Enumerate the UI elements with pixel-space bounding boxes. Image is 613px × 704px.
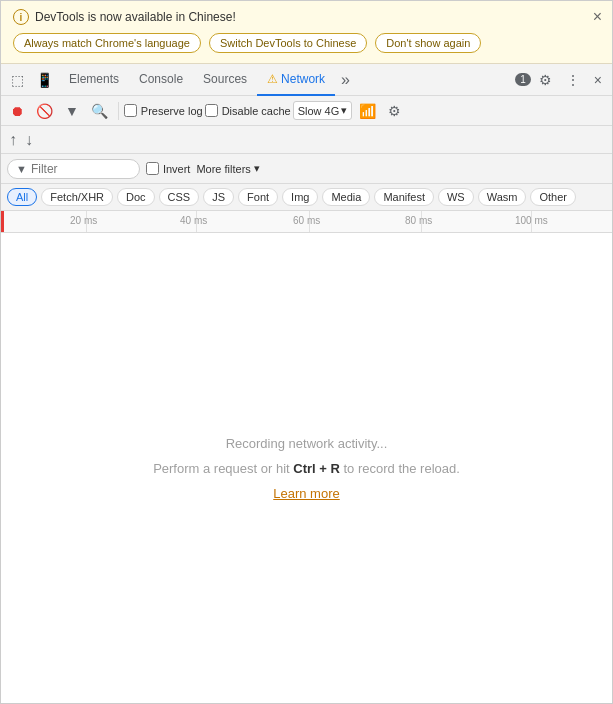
filter-button[interactable]: ▼ [60,100,84,122]
perform-request-text: Perform a request or hit Ctrl + R to rec… [153,461,460,476]
notification-badge: 1 [515,73,531,86]
main-content: Recording network activity... Perform a … [1,233,612,703]
tab-sources-label: Sources [203,72,247,86]
close-devtools-button[interactable]: × [588,68,608,92]
disable-cache-label: Disable cache [222,105,291,117]
network-gear-icon: ⚙ [388,103,401,119]
preserve-log-label: Preserve log [141,105,203,117]
filter-input-wrap: ▼ [7,159,140,179]
type-filter-fetch_xhr[interactable]: Fetch/XHR [41,188,113,206]
tab-elements-label: Elements [69,72,119,86]
clear-log-button[interactable]: 🚫 [31,100,58,122]
filter-input[interactable] [31,162,131,176]
match-language-button[interactable]: Always match Chrome's language [13,33,201,53]
ruler-mark-label: 20 ms [70,215,97,226]
tab-sources[interactable]: Sources [193,64,257,96]
network-warning-icon: ⚠ [267,72,278,86]
wifi-icon: 📶 [359,103,376,119]
ruler-mark-label: 80 ms [405,215,432,226]
device-toolbar-button[interactable]: 📱 [30,68,59,92]
import-button[interactable]: ↑ [9,131,17,149]
disable-cache-checkbox[interactable]: Disable cache [205,104,291,117]
ruler-mark-label: 40 ms [180,215,207,226]
perform-text-2: to record the reload. [340,461,460,476]
tab-console-label: Console [139,72,183,86]
stop-recording-button[interactable]: ⏺ [5,100,29,122]
search-button[interactable]: 🔍 [86,100,113,122]
timeline-ruler: 20 ms40 ms60 ms80 ms100 ms [1,211,612,233]
dont-show-button[interactable]: Don't show again [375,33,481,53]
export-button[interactable]: ↓ [25,131,33,149]
notification-text: DevTools is now available in Chinese! [35,10,236,24]
info-icon: i [13,9,29,25]
close-notification-button[interactable]: × [593,9,602,25]
more-filters-label: More filters [196,163,250,175]
disable-cache-input[interactable] [205,104,218,117]
tab-bar: ⬚ 📱 Elements Console Sources ⚠ Network »… [1,64,612,96]
ruler-mark-label: 60 ms [293,215,320,226]
preserve-log-input[interactable] [124,104,137,117]
invert-label-text: Invert [163,163,191,175]
settings-button[interactable]: ⚙ [533,68,558,92]
type-filter-other[interactable]: Other [530,188,576,206]
network-toolbar: ⏺ 🚫 ▼ 🔍 Preserve log Disable cache Slow … [1,96,612,126]
type-filter-manifest[interactable]: Manifest [374,188,434,206]
ctrl-r-shortcut: Ctrl + R [293,461,340,476]
type-filter-font[interactable]: Font [238,188,278,206]
tab-right-icons: 1 ⚙ ⋮ × [515,68,608,92]
notification-banner: i DevTools is now available in Chinese! … [1,1,612,64]
devtools-panel: i DevTools is now available in Chinese! … [0,0,613,704]
tab-elements[interactable]: Elements [59,64,129,96]
inspect-icon-button[interactable]: ⬚ [5,68,30,92]
throttle-chevron: ▾ [341,104,347,117]
filter-row: ▼ Invert More filters ▾ [1,154,612,184]
learn-more-link[interactable]: Learn more [273,486,339,501]
type-filter-bar: AllFetch/XHRDocCSSJSFontImgMediaManifest… [1,184,612,211]
perform-text-1: Perform a request or hit [153,461,293,476]
import-export-row: ↑ ↓ [1,126,612,154]
ruler-mark-label: 100 ms [515,215,548,226]
throttle-select[interactable]: Slow 4G ▾ [293,101,353,120]
tab-network[interactable]: ⚠ Network [257,64,335,96]
network-settings-button[interactable]: ⚙ [383,100,406,122]
ruler-red-marker [1,211,4,232]
notification-title: i DevTools is now available in Chinese! [13,9,600,25]
filter-funnel-icon: ▼ [16,163,27,175]
wifi-icon-button[interactable]: 📶 [354,100,381,122]
type-filter-ws[interactable]: WS [438,188,474,206]
switch-language-button[interactable]: Switch DevTools to Chinese [209,33,367,53]
invert-checkbox[interactable] [146,162,159,175]
more-filters-chevron: ▾ [254,162,260,175]
invert-checkbox-label[interactable]: Invert [146,162,191,175]
throttle-label: Slow 4G [298,105,340,117]
type-filter-media[interactable]: Media [322,188,370,206]
type-filter-img[interactable]: Img [282,188,318,206]
type-filter-doc[interactable]: Doc [117,188,155,206]
preserve-log-checkbox[interactable]: Preserve log [124,104,203,117]
type-filter-js[interactable]: JS [203,188,234,206]
type-filter-css[interactable]: CSS [159,188,200,206]
type-filter-wasm[interactable]: Wasm [478,188,527,206]
type-filter-all[interactable]: All [7,188,37,206]
toolbar-divider-1 [118,102,119,120]
recording-status-text: Recording network activity... [226,436,388,451]
notification-buttons: Always match Chrome's language Switch De… [13,33,600,53]
tab-more-button[interactable]: » [335,71,356,89]
tab-network-label: Network [281,72,325,86]
more-options-button[interactable]: ⋮ [560,68,586,92]
more-filters-button[interactable]: More filters ▾ [196,162,259,175]
tab-console[interactable]: Console [129,64,193,96]
